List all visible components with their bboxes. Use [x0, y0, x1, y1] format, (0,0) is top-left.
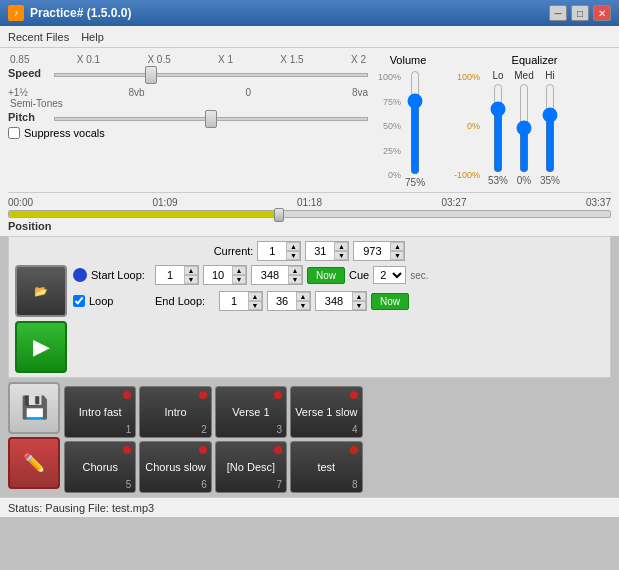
current-up2[interactable]: ▲	[334, 242, 348, 251]
current-val3[interactable]	[354, 244, 390, 258]
pitch-label: Pitch	[8, 111, 48, 123]
preset-area: 💾 ✏️ Intro fast 1 Intro 2 Verse 1 3	[4, 382, 615, 497]
speed-labels: 0.85 X 0.1 X 0.5 X 1 X 1.5 X 2	[8, 54, 368, 65]
current-spinbox-1: ▲ ▼	[257, 241, 301, 261]
clear-button[interactable]: ✏️	[8, 437, 60, 489]
current-val2[interactable]	[306, 244, 334, 258]
eq-hi-slider[interactable]	[539, 83, 561, 173]
start-loop-btns2: ▲ ▼	[232, 266, 246, 284]
eq-med-col: Med 0%	[513, 70, 535, 186]
position-fill	[9, 211, 279, 217]
cue-label: Cue	[349, 269, 369, 281]
suppress-vocals-row: Suppress vocals	[8, 127, 368, 139]
position-bar[interactable]	[8, 210, 611, 218]
preset-btn-1[interactable]: Intro fast 1	[64, 386, 136, 438]
end-loop-up2[interactable]: ▲	[296, 292, 310, 301]
preset-1-dot	[123, 391, 131, 399]
end-loop-val3[interactable]	[316, 294, 352, 308]
end-loop-now-button[interactable]: Now	[371, 293, 409, 310]
close-button[interactable]: ✕	[593, 5, 611, 21]
time-end: 03:37	[586, 197, 611, 208]
preset-5-label: Chorus	[82, 461, 117, 473]
top-area: 0.85 X 0.1 X 0.5 X 1 X 1.5 X 2 Speed	[0, 48, 619, 236]
cue-select[interactable]: 2 1 3 4	[373, 266, 406, 284]
preset-btn-4[interactable]: Verse 1 slow 4	[290, 386, 362, 438]
save-icon: 💾	[21, 395, 48, 421]
position-times: 00:00 01:09 01:18 03:27 03:37	[8, 197, 611, 208]
preset-btn-7[interactable]: [No Desc] 7	[215, 441, 287, 493]
eq-med-slider[interactable]	[513, 83, 535, 173]
menu-recent-files[interactable]: Recent Files	[8, 31, 69, 43]
eq-hi-val: 35%	[540, 175, 560, 186]
start-loop-down1[interactable]: ▼	[184, 275, 198, 284]
save-button[interactable]: 💾	[8, 382, 60, 434]
preset-btn-5[interactable]: Chorus 5	[64, 441, 136, 493]
end-loop-down1[interactable]: ▼	[248, 301, 262, 310]
preset-grid: Intro fast 1 Intro 2 Verse 1 3 Verse 1 s…	[60, 386, 367, 497]
speed-x1: X 1	[218, 54, 233, 65]
suppress-vocals-label: Suppress vocals	[24, 127, 105, 139]
preset-6-num: 6	[201, 479, 207, 490]
eq-y-labels: 100% 0% -100%	[454, 70, 483, 180]
start-loop-row: Start Loop: ▲ ▼ ▲ ▼	[73, 265, 429, 285]
end-loop-spinbox1: ▲ ▼	[219, 291, 263, 311]
current-down1[interactable]: ▼	[286, 251, 300, 260]
preset-btn-3[interactable]: Verse 1 3	[215, 386, 287, 438]
pitch-plus1: +1½	[8, 87, 28, 98]
start-loop-up1[interactable]: ▲	[184, 266, 198, 275]
preset-1-label: Intro fast	[79, 406, 122, 418]
eq-lo-slider[interactable]	[487, 83, 509, 173]
pitch-0: 0	[246, 87, 252, 98]
volume-slider[interactable]	[404, 70, 426, 175]
speed-val: 0.85	[10, 54, 29, 65]
current-btns3: ▲ ▼	[390, 242, 404, 260]
start-loop-now-button[interactable]: Now	[307, 267, 345, 284]
preset-4-num: 4	[352, 424, 358, 435]
preset-2-dot	[199, 391, 207, 399]
semitones-text: Semi-Tones	[10, 98, 63, 109]
start-loop-spinbox3: ▲ ▼	[251, 265, 303, 285]
app-icon: ♪	[8, 5, 24, 21]
start-loop-val2[interactable]	[204, 268, 232, 282]
preset-btn-6[interactable]: Chorus slow 6	[139, 441, 211, 493]
suppress-vocals-checkbox[interactable]	[8, 127, 20, 139]
end-loop-up3[interactable]: ▲	[352, 292, 366, 301]
end-loop-val2[interactable]	[268, 294, 296, 308]
loop-checkbox[interactable]	[73, 295, 85, 307]
preset-8-label: test	[317, 461, 335, 473]
speed-label: Speed	[8, 67, 48, 79]
minimize-button[interactable]: ─	[549, 5, 567, 21]
preset-btn-8[interactable]: test 8	[290, 441, 362, 493]
pitch-slider[interactable]	[54, 117, 368, 121]
current-val1[interactable]	[258, 244, 286, 258]
volume-y-labels: 100% 75% 50% 25% 0%	[378, 70, 404, 180]
start-loop-down2[interactable]: ▼	[232, 275, 246, 284]
current-spinbox-2: ▲ ▼	[305, 241, 349, 261]
end-loop-val1[interactable]	[220, 294, 248, 308]
start-loop-val1[interactable]	[156, 268, 184, 282]
start-loop-up3[interactable]: ▲	[288, 266, 302, 275]
preset-btn-2[interactable]: Intro 2	[139, 386, 211, 438]
open-button[interactable]: 📂	[15, 265, 67, 317]
position-thumb	[274, 208, 284, 222]
start-loop-down3[interactable]: ▼	[288, 275, 302, 284]
current-up3[interactable]: ▲	[390, 242, 404, 251]
start-loop-up2[interactable]: ▲	[232, 266, 246, 275]
current-down3[interactable]: ▼	[390, 251, 404, 260]
play-button[interactable]: ▶	[15, 321, 67, 373]
speed-slider[interactable]	[54, 73, 368, 77]
current-up1[interactable]: ▲	[286, 242, 300, 251]
volume-area: 100% 75% 50% 25% 0% 75%	[378, 70, 448, 188]
pitch-8va: 8va	[352, 87, 368, 98]
start-loop-spinbox2: ▲ ▼	[203, 265, 247, 285]
end-loop-down2[interactable]: ▼	[296, 301, 310, 310]
play-icon: ▶	[33, 334, 50, 360]
menu-help[interactable]: Help	[81, 31, 104, 43]
time-03-27: 03:27	[441, 197, 466, 208]
preset-6-label: Chorus slow	[145, 461, 206, 473]
maximize-button[interactable]: □	[571, 5, 589, 21]
current-down2[interactable]: ▼	[334, 251, 348, 260]
end-loop-up1[interactable]: ▲	[248, 292, 262, 301]
end-loop-down3[interactable]: ▼	[352, 301, 366, 310]
start-loop-val3[interactable]	[252, 268, 288, 282]
